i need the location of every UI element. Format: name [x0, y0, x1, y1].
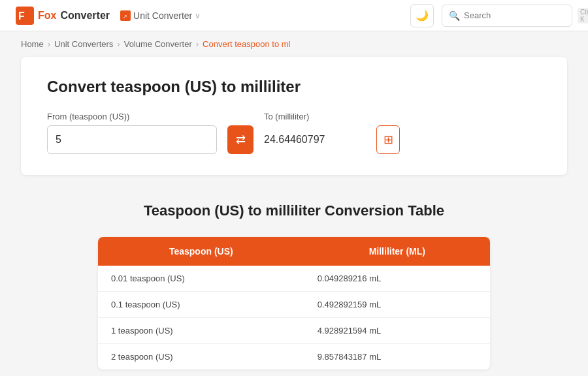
table-title: Teaspoon (US) to milliliter Conversion T… — [21, 201, 567, 221]
theme-toggle-button[interactable]: 🌙 — [410, 4, 434, 27]
table-cell-from: 2 teaspoon (US) — [98, 343, 304, 369]
table-cell-to: 0.492892159 mL — [304, 291, 490, 317]
search-input[interactable] — [464, 10, 574, 20]
breadcrumb-sep-2: › — [117, 39, 120, 49]
table-cell-from: 1 teaspoon (US) — [98, 317, 304, 343]
converter-title: Convert teaspoon (US) to milliliter — [47, 78, 541, 96]
search-box: 🔍 Ctrl K — [442, 5, 572, 27]
table-cell-to: 4.928921594 mL — [304, 317, 490, 343]
table-row: 0.1 teaspoon (US)0.492892159 mL — [98, 291, 490, 317]
search-icon: 🔍 — [449, 10, 460, 21]
copy-icon: ⊞ — [384, 133, 393, 147]
breadcrumb-home[interactable]: Home — [21, 39, 44, 49]
col-teaspoon-header: Teaspoon (US) — [98, 237, 304, 266]
col-milliliter-header: Milliliter (ML) — [304, 237, 490, 266]
swap-button[interactable]: ⇄ — [227, 125, 253, 154]
header: F FoxConverter ↗ Unit Converter ∨ 🌙 🔍 Ct… — [0, 0, 588, 31]
table-cell-to: 0.049289216 mL — [304, 266, 490, 292]
breadcrumb-current: Convert teaspoon to ml — [203, 39, 290, 49]
from-input[interactable] — [47, 125, 217, 154]
from-label: From (teaspoon (US)) — [47, 112, 217, 121]
nav-chevron-icon: ∨ — [195, 11, 201, 20]
to-group: To (milliliter) 24.64460797 ⊞ — [264, 112, 400, 154]
breadcrumb: Home › Unit Converters › Volume Converte… — [0, 31, 588, 57]
header-right: 🌙 🔍 Ctrl K — [410, 4, 572, 27]
copy-button[interactable]: ⊞ — [376, 125, 400, 154]
result-display: 24.64460797 ⊞ — [264, 125, 400, 154]
svg-text:F: F — [18, 10, 25, 22]
nav-unit-label: Unit Converter — [133, 10, 192, 21]
converter-card: Convert teaspoon (US) to milliliter From… — [21, 57, 567, 175]
table-row: 2 teaspoon (US)9.857843187 mL — [98, 343, 490, 369]
fox-logo-icon: F — [16, 7, 34, 25]
result-value: 24.64460797 — [264, 134, 368, 146]
nav-unit-icon: ↗ — [120, 10, 131, 21]
search-shortcut: Ctrl K — [578, 8, 588, 24]
logo-converter-text: Converter — [60, 10, 110, 22]
breadcrumb-volume-converter[interactable]: Volume Converter — [124, 39, 192, 49]
moon-icon: 🌙 — [416, 9, 429, 22]
logo-fox: Fox — [38, 10, 56, 22]
breadcrumb-sep-1: › — [48, 39, 50, 49]
main-content: Convert teaspoon (US) to milliliter From… — [0, 57, 588, 376]
breadcrumb-sep-3: › — [196, 39, 199, 49]
table-row: 0.01 teaspoon (US)0.049289216 mL — [98, 266, 490, 292]
table-section: Teaspoon (US) to milliliter Conversion T… — [21, 201, 567, 369]
breadcrumb-unit-converters[interactable]: Unit Converters — [54, 39, 113, 49]
svg-text:↗: ↗ — [123, 14, 127, 19]
table-cell-from: 0.01 teaspoon (US) — [98, 266, 304, 292]
table-cell-to: 9.857843187 mL — [304, 343, 490, 369]
to-label: To (milliliter) — [264, 112, 400, 121]
table-cell-from: 0.1 teaspoon (US) — [98, 291, 304, 317]
conversion-table: Teaspoon (US) Milliliter (ML) 0.01 teasp… — [98, 237, 490, 369]
swap-icon: ⇄ — [236, 133, 246, 147]
converter-form: From (teaspoon (US)) ⇄ To (milliliter) 2… — [47, 112, 541, 154]
header-left: F FoxConverter ↗ Unit Converter ∨ — [16, 7, 201, 25]
from-group: From (teaspoon (US)) — [47, 112, 217, 154]
nav-unit-converter[interactable]: ↗ Unit Converter ∨ — [120, 10, 201, 21]
table-row: 1 teaspoon (US)4.928921594 mL — [98, 317, 490, 343]
logo[interactable]: F FoxConverter — [16, 7, 110, 25]
